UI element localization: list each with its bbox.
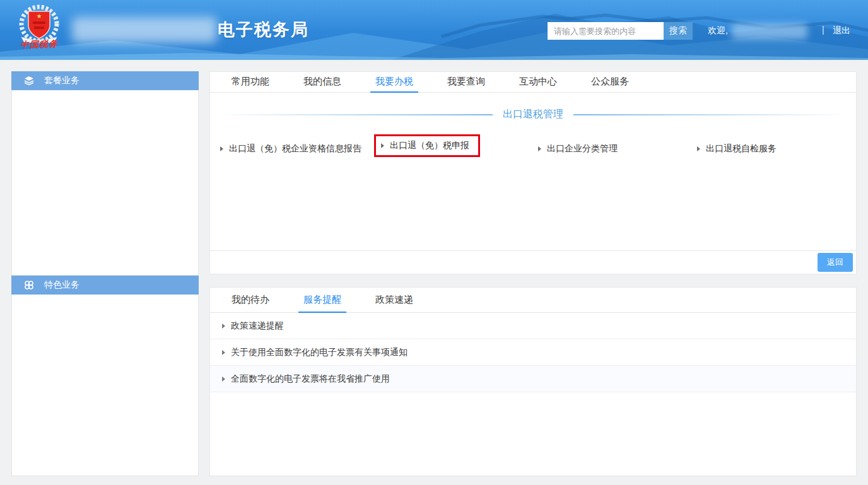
tax-functions-panel: 常用功能 我的信息 我要办税 我要查询 互动中心 公众服务 出口退税管理 出口退… [209, 71, 857, 274]
arrow-right-icon [697, 146, 700, 151]
arrow-right-icon [222, 350, 225, 355]
menu-item-export-rebate-qualification[interactable]: 出口退（免）税企业资格信息报告 [220, 140, 379, 157]
notice-tabs: 我的待办 服务提醒 政策速递 [210, 288, 856, 313]
redacted-user-name [732, 23, 807, 39]
list-item-policy-reminder[interactable]: 政策速递提醒 [210, 313, 856, 339]
grid-dots-icon [24, 280, 34, 290]
tab-service-reminder[interactable]: 服务提醒 [298, 288, 346, 313]
section-title-row: 出口退税管理 [210, 108, 856, 121]
main-tabs: 常用功能 我的信息 我要办税 我要查询 互动中心 公众服务 [210, 72, 856, 93]
tab-policy-express[interactable]: 政策速递 [370, 288, 418, 313]
emblem-caption: 中国税务 [13, 38, 66, 52]
menu-item-label: 出口退税自检服务 [706, 143, 777, 155]
arrow-right-icon [538, 146, 541, 151]
back-button[interactable]: 返回 [818, 253, 853, 272]
tab-my-todo[interactable]: 我的待办 [226, 288, 274, 313]
notice-label: 全面数字化的电子发票将在我省推广使用 [231, 373, 390, 385]
welcome-label: 欢迎, [708, 25, 728, 37]
tab-tax-handling[interactable]: 我要办税 [370, 72, 418, 93]
menu-item-label: 出口企业分类管理 [547, 143, 618, 155]
highlight-red-box: 出口退（免）税申报 [374, 134, 480, 157]
menu-item-label: 出口退（免）税企业资格信息报告 [229, 143, 361, 155]
title-line-left [219, 114, 493, 115]
arrow-right-icon [381, 143, 384, 148]
tab-inquiry[interactable]: 我要查询 [442, 72, 490, 93]
sidebar-item-featured-business[interactable]: 特色业务 [11, 276, 199, 295]
tab-public-services[interactable]: 公众服务 [586, 72, 634, 93]
sidebar-item-label: 套餐业务 [44, 75, 79, 86]
arrow-right-icon [222, 324, 225, 329]
arrow-right-icon [220, 146, 223, 151]
section-title: 出口退税管理 [503, 108, 563, 121]
menu-item-label: 出口退（免）税申报 [390, 140, 469, 151]
sidebar: 套餐业务 特色业务 [11, 71, 199, 476]
panel-footer: 返回 [210, 250, 856, 274]
tab-interaction-center[interactable]: 互动中心 [514, 72, 562, 93]
menu-item-export-rebate-declaration[interactable]: 出口退（免）税申报 [379, 140, 538, 157]
sidebar-section-body-featured [11, 295, 199, 476]
logout-link[interactable]: 退出 [833, 25, 850, 37]
notice-label: 政策速递提醒 [231, 320, 284, 332]
list-item-einvoice-notice[interactable]: 关于使用全面数字化的电子发票有关事项通知 [210, 339, 856, 366]
page-title: 电子税务局 [218, 18, 309, 41]
app-header: ★ 中国税务 电子税务局 搜索 欢迎, | 退出 [0, 0, 868, 60]
sidebar-item-package-business[interactable]: 套餐业务 [11, 71, 199, 90]
search-button[interactable]: 搜索 [664, 22, 693, 40]
header-search: 搜索 [548, 22, 693, 40]
logout-divider: | [822, 25, 824, 35]
tab-my-info[interactable]: 我的信息 [298, 72, 346, 93]
title-line-right [573, 114, 847, 115]
tab-common-functions[interactable]: 常用功能 [226, 72, 274, 93]
search-input[interactable] [548, 22, 664, 40]
notice-panel: 我的待办 服务提醒 政策速递 政策速递提醒 关于使用全面数字化的电子发票有关事项… [209, 287, 857, 476]
sidebar-item-label: 特色业务 [44, 279, 79, 291]
layers-icon [24, 76, 34, 86]
redacted-bureau-name [72, 17, 217, 43]
notice-list: 政策速递提醒 关于使用全面数字化的电子发票有关事项通知 全面数字化的电子发票将在… [210, 313, 856, 392]
menu-item-export-enterprise-classification[interactable]: 出口企业分类管理 [538, 140, 697, 157]
sidebar-section-body-package [11, 90, 199, 276]
notice-label: 关于使用全面数字化的电子发票有关事项通知 [231, 347, 408, 358]
arrow-right-icon [222, 377, 225, 382]
menu-item-export-rebate-selfcheck[interactable]: 出口退税自检服务 [697, 140, 856, 157]
export-rebate-menu: 出口退（免）税企业资格信息报告 出口退（免）税申报 出口企业分类管理 出口退税自… [210, 140, 856, 157]
list-item-einvoice-promotion[interactable]: 全面数字化的电子发票将在我省推广使用 [210, 366, 856, 392]
svg-text:★: ★ [37, 13, 42, 20]
